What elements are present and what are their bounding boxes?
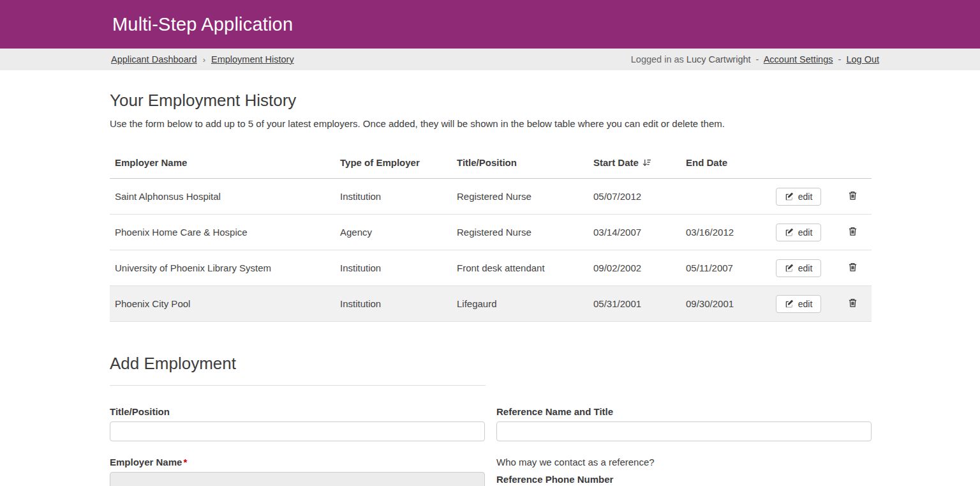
breadcrumb: Applicant Dashboard›Employment History <box>111 54 294 65</box>
main-content: Your Employment History Use the form bel… <box>110 70 872 486</box>
reference-phone-field: Reference Phone Number <box>496 474 872 486</box>
reference-help-text: Who may we contact as a reference? <box>496 457 872 467</box>
edit-button[interactable]: edit <box>776 259 822 277</box>
form-right-column: Reference Name and Title Who may we cont… <box>496 406 872 486</box>
cell-start-date: 09/02/2002 <box>588 250 681 286</box>
title-position-label: Title/Position <box>110 406 485 417</box>
table-row: Saint Alphonsus Hospital Institution Reg… <box>110 179 872 215</box>
section-divider <box>110 385 486 386</box>
edit-button-label: edit <box>798 192 813 201</box>
title-position-field: Title/Position <box>110 406 485 441</box>
logged-in-prefix: Logged in as <box>631 54 684 65</box>
edit-button-label: edit <box>798 264 813 273</box>
reference-name-label: Reference Name and Title <box>496 406 872 417</box>
cell-end-date: 03/16/2012 <box>681 215 764 250</box>
cell-type: Agency <box>335 215 452 250</box>
delete-button[interactable] <box>845 224 860 241</box>
breadcrumb-link-employment-history[interactable]: Employment History <box>211 54 294 65</box>
cell-type: Institution <box>335 250 452 286</box>
account-settings-link[interactable]: Account Settings <box>764 54 833 65</box>
edit-pencil-icon <box>785 228 794 237</box>
trash-icon <box>848 298 858 308</box>
log-out-link[interactable]: Log Out <box>846 54 879 65</box>
edit-pencil-icon <box>785 192 794 201</box>
edit-button[interactable]: edit <box>776 295 822 313</box>
cell-employer: Phoenix Home Care & Hospice <box>110 215 335 250</box>
col-end-date: End Date <box>681 147 764 179</box>
employer-name-field: Employer Name* <box>110 457 485 486</box>
edit-button[interactable]: edit <box>776 224 822 241</box>
table-row: Phoenix Home Care & Hospice Agency Regis… <box>110 215 872 250</box>
cell-title: Front desk attendant <box>452 250 588 286</box>
col-edit <box>764 147 833 179</box>
separator-dash: - <box>756 54 759 65</box>
trash-icon <box>848 262 858 272</box>
table-row: Phoenix City Pool Institution Lifegaurd … <box>110 286 872 322</box>
trash-icon <box>848 190 858 201</box>
col-type-of-employer: Type of Employer <box>335 147 452 179</box>
delete-button[interactable] <box>845 295 860 312</box>
page-title: Your Employment History <box>110 91 872 110</box>
breadcrumb-separator-icon: › <box>203 55 205 65</box>
edit-pencil-icon <box>785 264 794 273</box>
user-name: Lucy Cartwright <box>687 54 751 65</box>
edit-button[interactable]: edit <box>776 188 822 206</box>
cell-start-date: 05/31/2001 <box>588 286 681 322</box>
cell-end-date: 09/30/2001 <box>681 286 764 322</box>
employment-table: Employer Name Type of Employer Title/Pos… <box>110 147 872 322</box>
title-position-input[interactable] <box>110 421 485 441</box>
cell-employer: University of Phoenix Library System <box>110 250 335 286</box>
col-title-position: Title/Position <box>452 147 588 179</box>
reference-phone-label: Reference Phone Number <box>496 474 872 485</box>
col-employer-name: Employer Name <box>110 147 335 179</box>
breadcrumb-bar: Applicant Dashboard›Employment History L… <box>0 49 980 70</box>
session-info: Logged in as Lucy Cartwright - Account S… <box>631 54 879 65</box>
cell-type: Institution <box>335 179 452 215</box>
cell-type: Institution <box>335 286 452 322</box>
separator-dash: - <box>838 54 842 65</box>
reference-name-field: Reference Name and Title <box>496 406 872 441</box>
cell-employer: Saint Alphonsus Hospital <box>110 179 335 215</box>
employer-name-input[interactable] <box>110 472 485 486</box>
reference-name-input[interactable] <box>496 421 872 441</box>
cell-start-date: 05/07/2012 <box>588 179 681 215</box>
col-start-date[interactable]: Start Date <box>588 147 681 179</box>
cell-title: Registered Nurse <box>452 215 588 250</box>
add-employment-form: Title/Position Employer Name* Reference … <box>110 406 872 486</box>
sort-descending-icon[interactable] <box>642 158 651 167</box>
delete-button[interactable] <box>845 188 860 205</box>
delete-button[interactable] <box>845 259 860 277</box>
cell-title: Registered Nurse <box>452 179 588 215</box>
add-employment-section: Add Employment Title/Position Employer N… <box>110 354 872 486</box>
cell-start-date: 03/14/2007 <box>588 215 681 250</box>
edit-pencil-icon <box>785 300 794 308</box>
col-start-date-label: Start Date <box>593 157 639 168</box>
trash-icon <box>848 226 858 236</box>
col-delete <box>833 147 872 179</box>
form-left-column: Title/Position Employer Name* <box>110 406 485 486</box>
app-header: Multi-Step Application <box>0 0 980 49</box>
cell-end-date <box>681 179 764 215</box>
breadcrumb-link-dashboard[interactable]: Applicant Dashboard <box>111 54 197 65</box>
edit-button-label: edit <box>798 300 813 308</box>
cell-employer: Phoenix City Pool <box>110 286 335 322</box>
edit-button-label: edit <box>798 228 813 237</box>
page-description: Use the form below to add up to 5 of you… <box>110 118 872 129</box>
app-title: Multi-Step Application <box>112 14 293 35</box>
table-header-row: Employer Name Type of Employer Title/Pos… <box>110 147 872 179</box>
employer-name-label: Employer Name* <box>110 457 485 467</box>
cell-end-date: 05/11/2007 <box>681 250 764 286</box>
add-employment-title: Add Employment <box>110 354 872 374</box>
cell-title: Lifegaurd <box>452 286 588 322</box>
required-asterisk: * <box>183 457 187 467</box>
table-row: University of Phoenix Library System Ins… <box>110 250 872 286</box>
